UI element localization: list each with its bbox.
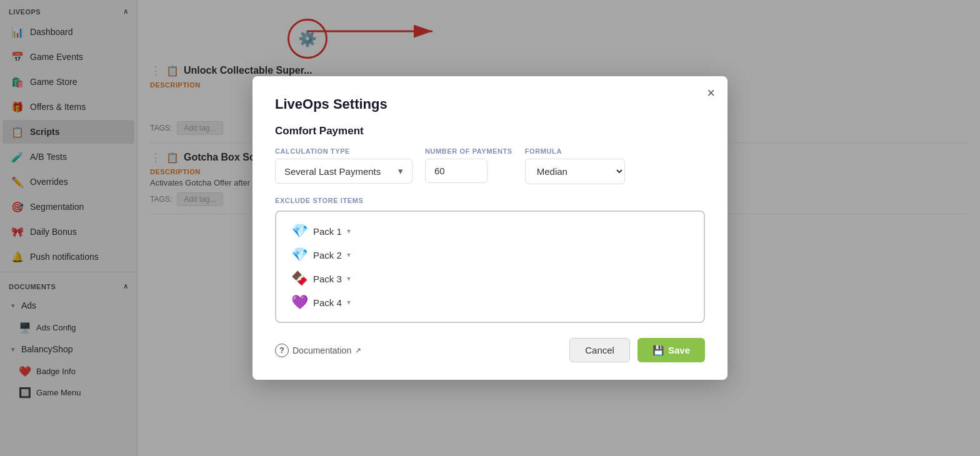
pack3-chevron-icon: ▾ <box>347 274 351 283</box>
calc-type-group: CALCULATION TYPE Several Last Payments ▾ <box>275 147 412 184</box>
modal-footer: ? Documentation ↗ Cancel 💾 Save <box>275 338 705 362</box>
calc-type-select[interactable]: Several Last Payments ▾ <box>275 159 412 184</box>
pack-item-1[interactable]: 💎 Pack 1 ▾ <box>286 221 694 242</box>
liveops-settings-modal: × LiveOps Settings Comfort Payment CALCU… <box>252 76 728 380</box>
footer-buttons: Cancel 💾 Save <box>569 338 705 362</box>
modal-section-title: Comfort Payment <box>275 125 705 137</box>
external-link-icon: ↗ <box>355 346 361 355</box>
formula-label: FORMULA <box>525 147 625 155</box>
cancel-button[interactable]: Cancel <box>569 338 630 362</box>
pack1-chevron-icon: ▾ <box>347 227 351 235</box>
pack-item-4[interactable]: 💜 Pack 4 ▾ <box>286 292 694 313</box>
formula-select[interactable]: Median Average Min Max <box>525 159 625 184</box>
num-payments-group: NUMBER OF PAYMENTS <box>425 147 512 184</box>
save-icon: 💾 <box>652 345 664 356</box>
save-button[interactable]: 💾 Save <box>638 338 705 362</box>
help-icon: ? <box>275 344 289 357</box>
calc-type-chevron-icon: ▾ <box>398 166 403 177</box>
documentation-link[interactable]: ? Documentation ↗ <box>275 344 361 357</box>
modal-close-button[interactable]: × <box>707 86 715 100</box>
pack4-icon: 💜 <box>291 294 308 310</box>
num-payments-label: NUMBER OF PAYMENTS <box>425 147 512 155</box>
modal-title: LiveOps Settings <box>275 96 705 112</box>
calc-type-label: CALCULATION TYPE <box>275 147 412 155</box>
exclude-label: EXCLUDE STORE ITEMS <box>275 197 705 204</box>
pack2-chevron-icon: ▾ <box>347 250 351 259</box>
pack4-chevron-icon: ▾ <box>347 298 351 307</box>
pack3-icon: 🍫 <box>291 270 308 287</box>
formula-group: FORMULA Median Average Min Max <box>525 147 625 184</box>
exclude-store-items-box: 💎 Pack 1 ▾ 💎 Pack 2 ▾ 🍫 Pack 3 ▾ 💜 Pack … <box>275 211 705 323</box>
pack-item-3[interactable]: 🍫 Pack 3 ▾ <box>286 268 694 289</box>
pack-item-2[interactable]: 💎 Pack 2 ▾ <box>286 244 694 265</box>
num-payments-input[interactable] <box>425 159 488 183</box>
pack1-icon: 💎 <box>291 223 308 239</box>
modal-overlay[interactable]: × LiveOps Settings Comfort Payment CALCU… <box>0 0 980 456</box>
pack2-icon: 💎 <box>291 247 308 263</box>
form-row: CALCULATION TYPE Several Last Payments ▾… <box>275 147 705 184</box>
